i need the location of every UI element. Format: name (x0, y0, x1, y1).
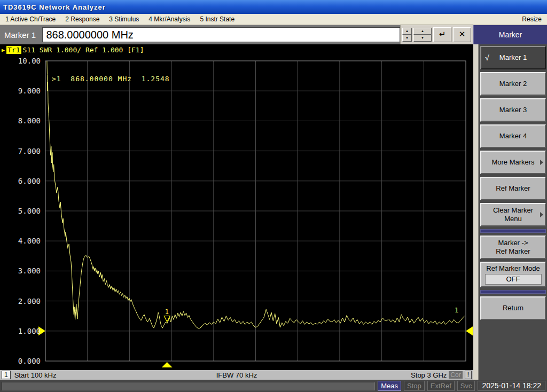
coarse-stepper: ▲ ▼ (413, 28, 432, 42)
softkey-label: Marker -> Ref Marker (496, 239, 530, 255)
close-entry-button[interactable]: ✕ (453, 27, 471, 42)
trace-format-label: S11 SWR 1.000/ Ref 1.000 [F1] (23, 46, 144, 54)
marker-entry-label: Marker 1 (0, 30, 42, 40)
softkey-separator (480, 229, 546, 233)
swr-plot: 11 (0, 44, 473, 370)
menu-item-resize[interactable]: Resize (522, 15, 542, 23)
message-field (2, 382, 375, 390)
softkey-marker-3[interactable]: Marker 3 (480, 98, 546, 122)
marker-1-number-label: 1 (165, 308, 169, 316)
menu-item-response[interactable]: 2 Response (65, 15, 99, 23)
channel-indicator: 1 (2, 371, 11, 379)
spin-down-icon: ▼ (405, 36, 409, 40)
marker-1-stimulus-indicator[interactable] (162, 362, 173, 367)
y-axis-tick-label: 1.000 (0, 327, 41, 335)
y-axis-tick-label: 3.000 (0, 266, 41, 275)
trace-header: ▶ Tr1 S11 SWR 1.000/ Ref 1.000 [F1] (2, 46, 144, 54)
softkey-label: More Markers (491, 158, 534, 167)
menu-item-mkr-analysis[interactable]: 4 Mkr/Analysis (149, 15, 190, 23)
softkey-sidebar: Marker √ Marker 1 Marker 2 Marker 3 Mark… (473, 25, 547, 380)
meas-status-segment: Meas (378, 381, 401, 391)
menu-item-active-ch-trace[interactable]: 1 Active Ch/Trace (5, 15, 56, 23)
softkey-marker-2[interactable]: Marker 2 (480, 72, 546, 96)
y-axis-tick-label: 10.00 (0, 57, 41, 65)
left-column: Marker 1 ▲ ▼ ▲ ▼ ↵ ✕ 11 10.009 (0, 25, 473, 380)
trace-badge[interactable]: Tr1 (6, 46, 21, 54)
softkey-label: Return (503, 304, 523, 312)
correction-badge: Cor (449, 371, 462, 379)
extref-status-segment: ExtRef (427, 381, 455, 391)
sidebar-gutter (473, 44, 479, 380)
marker-entry-row: Marker 1 ▲ ▼ ▲ ▼ ↵ ✕ (0, 25, 473, 44)
y-axis-tick-label: 0.000 (0, 357, 41, 365)
coarse-step-up-button[interactable]: ▲ (413, 28, 432, 35)
content-row: Marker 1 ▲ ▼ ▲ ▼ ↵ ✕ 11 10.009 (0, 25, 547, 380)
close-icon: ✕ (459, 29, 466, 38)
softkey-menu-title: Marker (473, 25, 547, 44)
submenu-arrow-icon (540, 160, 543, 165)
softkey-label: Ref Marker Mode (486, 264, 540, 273)
trace-end-number: 1 (455, 307, 458, 314)
window-title: TD3619C Network Analyzer (3, 3, 106, 11)
instrument-status-bar: Meas Stop ExtRef Svc 2025-01-14 18:22 (0, 380, 547, 392)
step-down-button[interactable]: ▼ (402, 35, 412, 42)
spin-up-icon: ▲ (405, 29, 409, 33)
menu-item-instr-state[interactable]: 5 Instr State (200, 15, 235, 23)
start-frequency-label: Start 100 kHz (14, 371, 57, 379)
softkey-marker-1[interactable]: √ Marker 1 (480, 46, 546, 69)
spin-down-icon: ▼ (421, 36, 424, 40)
menu-item-stimulus[interactable]: 3 Stimulus (109, 15, 139, 23)
submenu-arrow-icon (540, 212, 543, 217)
marker-readout: >1 868.00000 MHz 1.2548 (52, 75, 170, 83)
y-axis-tick-label: 6.000 (0, 177, 41, 185)
status-right-group: Stop 3 GHz Cor ! (411, 371, 472, 379)
softkey-label: Ref Marker (496, 184, 530, 193)
coarse-step-down-button[interactable]: ▼ (413, 35, 432, 42)
datetime-display: 2025-01-14 18:22 (478, 381, 545, 391)
chart-status-bar: 1 Start 100 kHz IFBW 70 kHz Stop 3 GHz C… (0, 370, 473, 380)
y-axis-tick-label: 7.000 (0, 147, 41, 155)
ref-marker-mode-value: OFF (485, 274, 542, 285)
softkey-label: Marker 3 (499, 106, 527, 114)
softkey-label: Clear Marker Menu (493, 206, 533, 223)
ref-level-indicator-right[interactable] (466, 326, 473, 335)
title-bar: TD3619C Network Analyzer (0, 0, 547, 14)
spin-up-icon: ▲ (421, 29, 424, 33)
enter-button[interactable]: ↵ (433, 27, 451, 42)
check-icon: √ (485, 53, 489, 62)
softkey-return[interactable]: Return (480, 296, 546, 320)
stop-status-segment: Stop (404, 381, 425, 391)
softkey-ref-marker-mode[interactable]: Ref Marker Mode OFF (480, 262, 546, 287)
softkey-list: √ Marker 1 Marker 2 Marker 3 Marker 4 Mo… (473, 44, 547, 380)
softkey-marker-4[interactable]: Marker 4 (480, 124, 546, 148)
softkey-ref-marker[interactable]: Ref Marker (480, 177, 546, 200)
step-up-button[interactable]: ▲ (402, 28, 412, 35)
softkey-marker-to-ref-marker[interactable]: Marker -> Ref Marker (480, 236, 546, 259)
y-axis-tick-label: 8.000 (0, 116, 41, 125)
enter-icon: ↵ (439, 29, 446, 38)
svc-status-segment: Svc (457, 381, 475, 391)
ifbw-label: IFBW 70 kHz (0, 371, 473, 379)
fine-stepper: ▲ ▼ (402, 28, 412, 42)
y-axis-tick-label: 4.000 (0, 237, 41, 245)
menu-bar: 1 Active Ch/Trace 2 Response 3 Stimulus … (0, 14, 547, 25)
softkey-label: Marker 4 (499, 132, 527, 140)
softkey-separator (480, 290, 546, 294)
y-axis-tick-label: 5.000 (0, 207, 41, 215)
softkey-more-markers[interactable]: More Markers (480, 151, 546, 174)
y-axis-tick-label: 9.000 (0, 87, 41, 95)
entry-button-panel: ▲ ▼ ▲ ▼ ↵ ✕ (400, 25, 473, 45)
warning-indicator: ! (465, 371, 472, 379)
softkey-label: Marker 1 (499, 53, 527, 62)
y-axis-tick-label: 2.000 (0, 297, 41, 305)
softkey-clear-marker-menu[interactable]: Clear Marker Menu (480, 203, 546, 226)
app-window: TD3619C Network Analyzer 1 Active Ch/Tra… (0, 0, 547, 392)
chart-area: 11 10.009.0008.0007.0006.0005.0004.0003.… (0, 44, 473, 370)
marker-frequency-input[interactable] (42, 27, 400, 42)
active-trace-arrow-icon: ▶ (2, 47, 5, 53)
stop-frequency-label: Stop 3 GHz (411, 371, 447, 379)
softkey-label: Marker 2 (499, 80, 527, 88)
